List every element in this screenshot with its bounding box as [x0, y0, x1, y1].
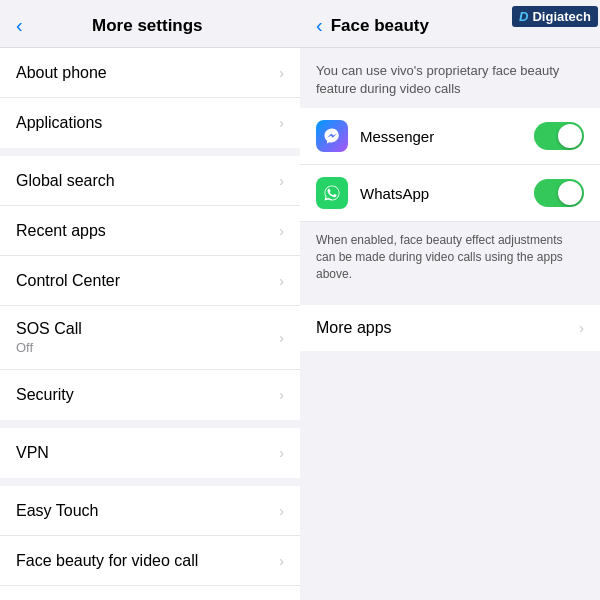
sidebar-item-sos-call[interactable]: SOS Call Off › [0, 306, 300, 370]
applications-label: Applications [16, 114, 271, 132]
vpn-label: VPN [16, 444, 271, 462]
chevron-icon: › [579, 320, 584, 336]
sidebar-item-easy-touch[interactable]: Easy Touch › [0, 486, 300, 536]
security-label: Security [16, 386, 271, 404]
messenger-icon [316, 120, 348, 152]
sidebar-item-flashlight[interactable]: Flashlight Notifications › [0, 586, 300, 600]
sidebar-item-security[interactable]: Security › [0, 370, 300, 420]
whatsapp-toggle-item: WhatsApp [300, 165, 600, 222]
right-content: You can use vivo's proprietary face beau… [300, 48, 600, 600]
chevron-icon: › [279, 65, 284, 81]
chevron-icon: › [279, 553, 284, 569]
group-2: Global search › Recent apps › Control Ce… [0, 156, 300, 420]
sos-call-label: SOS Call [16, 320, 271, 338]
chevron-icon: › [279, 387, 284, 403]
sos-call-sublabel: Off [16, 340, 271, 355]
about-phone-label: About phone [16, 64, 271, 82]
app-toggles-group: Messenger WhatsApp [300, 108, 600, 222]
messenger-name: Messenger [360, 128, 534, 145]
messenger-toggle[interactable] [534, 122, 584, 150]
watermark-d: D [519, 9, 528, 24]
easy-touch-label: Easy Touch [16, 502, 271, 520]
back-button[interactable]: ‹ [16, 14, 23, 37]
whatsapp-icon [316, 177, 348, 209]
sidebar-item-face-beauty[interactable]: Face beauty for video call › [0, 536, 300, 586]
left-header: ‹ More settings [0, 0, 300, 48]
sidebar-item-applications[interactable]: Applications › [0, 98, 300, 148]
chevron-icon: › [279, 273, 284, 289]
left-panel-title: More settings [31, 16, 264, 36]
note-text: When enabled, face beauty effect adjustm… [300, 222, 600, 296]
sidebar-item-about-phone[interactable]: About phone › [0, 48, 300, 98]
right-back-button[interactable]: ‹ [316, 14, 323, 37]
right-panel: ‹ Face beauty DDigiatech You can use viv… [300, 0, 600, 600]
global-search-label: Global search [16, 172, 271, 190]
group-1: About phone › Applications › [0, 48, 300, 148]
settings-list: About phone › Applications › Global sear… [0, 48, 300, 600]
whatsapp-toggle[interactable] [534, 179, 584, 207]
more-apps-label: More apps [316, 319, 571, 337]
recent-apps-label: Recent apps [16, 222, 271, 240]
chevron-icon: › [279, 173, 284, 189]
left-panel: ‹ More settings About phone › Applicatio… [0, 0, 300, 600]
control-center-label: Control Center [16, 272, 271, 290]
sidebar-item-global-search[interactable]: Global search › [0, 156, 300, 206]
more-apps-item[interactable]: More apps › [300, 305, 600, 351]
group-4: Easy Touch › Face beauty for video call … [0, 486, 300, 600]
sidebar-item-recent-apps[interactable]: Recent apps › [0, 206, 300, 256]
chevron-icon: › [279, 115, 284, 131]
chevron-icon: › [279, 445, 284, 461]
group-3: VPN › [0, 428, 300, 478]
watermark-text: Digiatech [532, 9, 591, 24]
chevron-icon: › [279, 503, 284, 519]
messenger-toggle-item: Messenger [300, 108, 600, 165]
face-beauty-label: Face beauty for video call [16, 552, 271, 570]
chevron-icon: › [279, 223, 284, 239]
sidebar-item-vpn[interactable]: VPN › [0, 428, 300, 478]
face-beauty-description: You can use vivo's proprietary face beau… [300, 48, 600, 108]
sidebar-item-control-center[interactable]: Control Center › [0, 256, 300, 306]
chevron-icon: › [279, 330, 284, 346]
watermark: DDigiatech [512, 6, 598, 27]
whatsapp-name: WhatsApp [360, 185, 534, 202]
